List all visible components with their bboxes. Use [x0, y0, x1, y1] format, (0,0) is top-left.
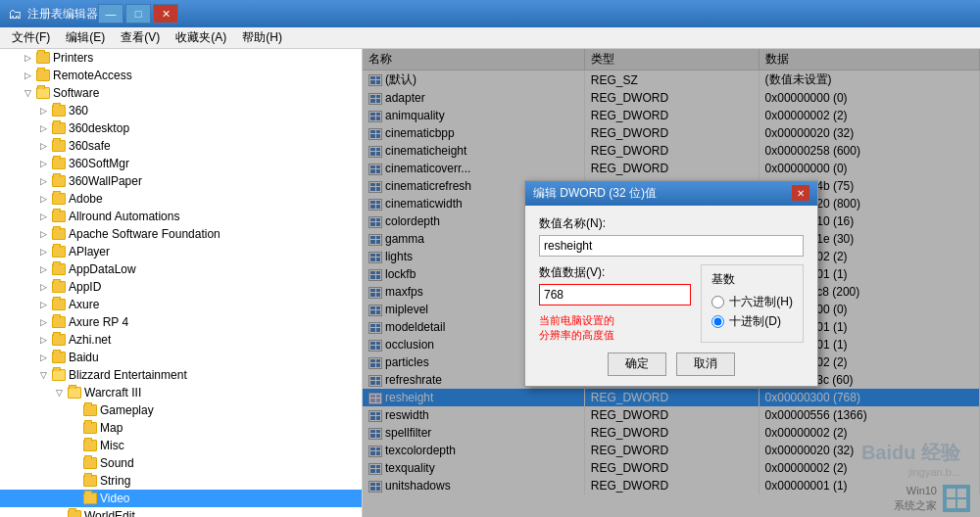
maximize-button[interactable]: □ — [125, 4, 151, 24]
dialog-name-field: 数值名称(N): — [539, 215, 804, 257]
expand-icon[interactable]: ▽ — [51, 385, 67, 400]
dialog-radio-hex[interactable]: 十六进制(H) — [711, 294, 793, 310]
menu-favorites[interactable]: 收藏夹(A) — [168, 27, 234, 48]
tree-item-gameplay[interactable]: ▷ Gameplay — [0, 401, 362, 419]
dialog-name-input[interactable] — [539, 235, 804, 257]
tree-item-software[interactable]: ▽ Software — [0, 84, 362, 102]
dialog-close-button[interactable]: ✕ — [792, 185, 809, 201]
dialog-overlay: 编辑 DWORD (32 位)值 ✕ 数值名称(N): 数值数据(V): — [363, 49, 980, 517]
dialog-body: 数值名称(N): 数值数据(V): 当前电脑设置的分辨率的高度值 基数 — [525, 206, 817, 386]
expand-icon[interactable]: ▷ — [35, 297, 51, 312]
radio-hex-input[interactable] — [711, 296, 724, 308]
dialog-data-field: 数值数据(V): — [539, 264, 691, 306]
expand-icon[interactable]: ▷ — [35, 332, 51, 348]
menu-file[interactable]: 文件(F) — [4, 27, 58, 48]
folder-icon — [35, 69, 51, 82]
tree-item-map[interactable]: ▷ Map — [0, 419, 362, 437]
tree-item-string[interactable]: ▷ String — [0, 472, 362, 490]
expand-icon[interactable]: ▷ — [35, 314, 51, 330]
folder-icon — [51, 298, 67, 311]
folder-open-icon — [51, 368, 67, 382]
folder-icon — [51, 157, 67, 170]
main-container: ▷ Printers ▷ RemoteAccess ▽ Software ▷ 3… — [0, 49, 980, 517]
expand-icon[interactable]: ▷ — [35, 120, 51, 136]
expand-icon[interactable]: ▷ — [20, 68, 35, 83]
dialog-buttons: 确定 取消 — [539, 352, 804, 376]
expand-icon[interactable]: ▷ — [35, 226, 51, 242]
folder-icon — [51, 315, 67, 329]
tree-panel[interactable]: ▷ Printers ▷ RemoteAccess ▽ Software ▷ 3… — [0, 49, 363, 517]
window-controls: — □ ✕ — [98, 4, 178, 24]
values-panel[interactable]: 名称 类型 数据 (默认)REG_SZ(数值未设置)adapterREG_DWO… — [363, 49, 980, 517]
expand-icon[interactable]: ▽ — [20, 85, 35, 101]
dialog-name-label: 数值名称(N): — [539, 215, 804, 232]
folder-open-icon — [35, 86, 51, 100]
folder-icon — [82, 474, 98, 488]
tree-item-360[interactable]: ▷ 360 — [0, 102, 362, 119]
tree-item-360desktop[interactable]: ▷ 360desktop — [0, 119, 362, 137]
radio-dec-label: 十进制(D) — [729, 313, 781, 330]
tree-item-appdatalow[interactable]: ▷ AppDataLow — [0, 260, 362, 278]
tree-item-apache[interactable]: ▷ Apache Software Foundation — [0, 225, 362, 243]
expand-icon[interactable]: ▷ — [35, 103, 51, 118]
app-icon: 🗂 — [8, 6, 22, 22]
tree-item-misc[interactable]: ▷ Misc — [0, 437, 362, 454]
close-button[interactable]: ✕ — [153, 4, 178, 24]
folder-icon — [35, 51, 51, 65]
radio-hex-label: 十六进制(H) — [729, 294, 793, 310]
menu-help[interactable]: 帮助(H) — [234, 27, 290, 48]
expand-icon[interactable]: ▷ — [35, 191, 51, 207]
expand-icon[interactable]: ▷ — [35, 244, 51, 259]
expand-icon[interactable]: ▷ — [20, 50, 35, 66]
tree-item-adobe[interactable]: ▷ Adobe — [0, 190, 362, 208]
tree-item-sound[interactable]: ▷ Sound — [0, 454, 362, 472]
tree-item-360safe[interactable]: ▷ 360safe — [0, 137, 362, 155]
tree-item-allround[interactable]: ▷ Allround Automations — [0, 208, 362, 225]
folder-icon — [51, 351, 67, 364]
folder-icon — [51, 262, 67, 276]
dialog-radio-dec[interactable]: 十进制(D) — [711, 313, 793, 330]
minimize-button[interactable]: — — [98, 4, 123, 24]
expand-icon[interactable]: ▷ — [35, 138, 51, 154]
tree-item-blizzard[interactable]: ▽ Blizzard Entertainment — [0, 366, 362, 384]
tree-item-appid[interactable]: ▷ AppID — [0, 278, 362, 296]
tree-item-360softmgr[interactable]: ▷ 360SoftMgr — [0, 155, 362, 172]
dialog-base-label: 基数 — [711, 271, 793, 288]
expand-icon[interactable]: ▷ — [35, 279, 51, 295]
expand-icon[interactable]: ▷ — [35, 173, 51, 189]
dialog-data-label: 数值数据(V): — [539, 264, 691, 281]
dialog-title-text: 编辑 DWORD (32 位)值 — [533, 185, 657, 202]
dialog-title-bar: 编辑 DWORD (32 位)值 ✕ — [525, 181, 817, 206]
dialog-cancel-button[interactable]: 取消 — [676, 352, 735, 376]
tree-item-warcraft3[interactable]: ▽ Warcraft III — [0, 384, 362, 401]
expand-icon[interactable]: ▷ — [35, 209, 51, 224]
dialog-data-left: 数值数据(V): 当前电脑设置的分辨率的高度值 — [539, 264, 691, 343]
expand-icon[interactable]: ▷ — [35, 156, 51, 171]
expand-icon[interactable]: ▷ — [35, 350, 51, 365]
dialog-ok-button[interactable]: 确定 — [608, 352, 666, 376]
radio-dec-input[interactable] — [711, 315, 724, 328]
tree-item-axure[interactable]: ▷ Axure — [0, 296, 362, 313]
expand-icon[interactable]: ▽ — [35, 367, 51, 383]
menu-edit[interactable]: 编辑(E) — [58, 27, 113, 48]
tree-item-baidu[interactable]: ▷ Baidu — [0, 349, 362, 366]
tree-item-aplayer[interactable]: ▷ APlayer — [0, 243, 362, 260]
folder-icon — [82, 492, 98, 505]
tree-item-video[interactable]: ▷ Video — [0, 490, 362, 507]
tree-item-worldedit[interactable]: ▷ WorldEdit — [0, 507, 362, 517]
folder-icon — [51, 139, 67, 153]
menu-view[interactable]: 查看(V) — [113, 27, 168, 48]
tree-item-360wallpaper[interactable]: ▷ 360WallPaper — [0, 172, 362, 190]
tree-item-printers[interactable]: ▷ Printers — [0, 49, 362, 67]
dialog-hint: 当前电脑设置的分辨率的高度值 — [539, 313, 691, 343]
folder-icon — [51, 192, 67, 206]
tree-item-azhi[interactable]: ▷ Azhi.net — [0, 331, 362, 349]
dialog-data-section: 数值数据(V): 当前电脑设置的分辨率的高度值 基数 十六进制(H) — [539, 264, 804, 343]
tree-item-remoteaccess[interactable]: ▷ RemoteAccess — [0, 67, 362, 84]
folder-icon — [82, 439, 98, 452]
expand-icon[interactable]: ▷ — [35, 261, 51, 277]
dialog-data-input[interactable] — [539, 284, 691, 306]
tree-item-axurerp4[interactable]: ▷ Axure RP 4 — [0, 313, 362, 331]
folder-icon — [51, 210, 67, 223]
folder-icon — [51, 245, 67, 258]
